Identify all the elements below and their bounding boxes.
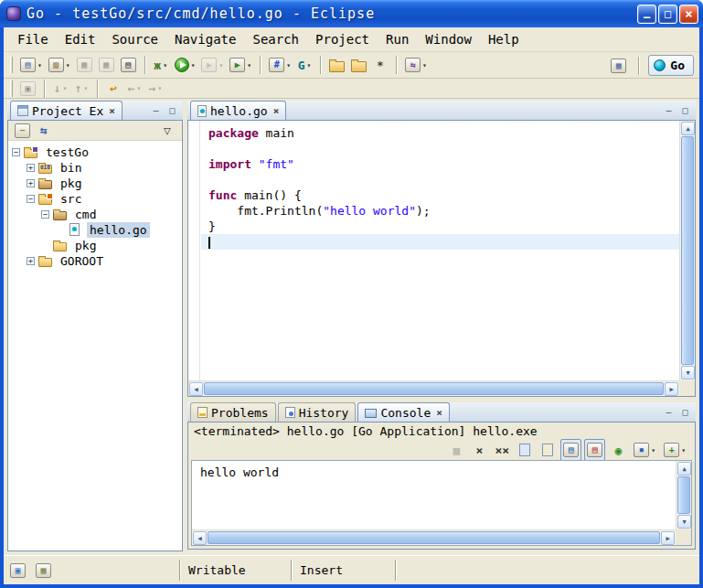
scroll-down-icon[interactable]: ▼ — [677, 515, 691, 529]
tab-project-explorer[interactable]: Project Ex × — [10, 101, 122, 120]
menu-source[interactable]: Source — [103, 29, 166, 49]
dropdown-arrow-icon[interactable]: ▾ — [306, 61, 311, 69]
editor-vertical-scrollbar[interactable]: ▲ ▼ — [679, 121, 695, 380]
dropdown-arrow-icon[interactable]: ▾ — [218, 61, 223, 69]
scroll-down-icon[interactable]: ▼ — [681, 366, 695, 380]
toolbar-drag-handle[interactable] — [10, 57, 13, 73]
tree-expander-icon[interactable]: − — [12, 148, 20, 156]
scroll-right-icon[interactable]: ▶ — [661, 531, 675, 545]
last-edit-location-button[interactable]: ↩ — [103, 78, 123, 100]
code-line[interactable]: import "fmt" — [201, 156, 679, 172]
menu-run[interactable]: Run — [378, 29, 417, 49]
project-tree[interactable]: −testGo+010bin+pkg−src−cmdhello.gopkg+GO… — [8, 141, 182, 551]
new-button[interactable]: ▤▾ — [17, 54, 45, 76]
dropdown-arrow-icon[interactable]: ▾ — [422, 61, 427, 69]
export-button[interactable] — [348, 54, 369, 76]
remove-launch-button[interactable]: × — [469, 439, 489, 461]
print-button[interactable]: ▤ — [118, 54, 139, 76]
tree-expander-icon[interactable]: + — [27, 179, 35, 187]
tab-console[interactable]: Console× — [357, 402, 449, 422]
pin-console-button[interactable]: ◉ — [608, 439, 628, 461]
maximize-view-button[interactable]: □ — [165, 103, 179, 116]
tree-item-cmd[interactable]: −cmd — [8, 207, 182, 222]
tree-expander-icon[interactable]: − — [27, 195, 35, 203]
dropdown-arrow-icon[interactable]: ▾ — [63, 84, 68, 92]
tree-item-bin[interactable]: +010bin — [8, 160, 182, 176]
code-line[interactable]: } — [201, 219, 679, 234]
editor-horizontal-scrollbar[interactable]: ◀ ▶ — [188, 380, 679, 396]
code-line[interactable] — [201, 172, 679, 187]
tree-expander-icon[interactable]: + — [27, 164, 35, 172]
dropdown-arrow-icon[interactable]: ▾ — [158, 84, 163, 92]
dropdown-arrow-icon[interactable]: ▾ — [247, 61, 251, 69]
tab-hello-go[interactable]: hello.go × — [190, 101, 286, 120]
scroll-up-icon[interactable]: ▲ — [681, 122, 695, 135]
dropdown-arrow-icon[interactable]: ▾ — [651, 446, 655, 454]
toolbar-drag-handle[interactable] — [10, 80, 13, 97]
scrollbar-thumb[interactable] — [677, 476, 690, 514]
external-tools-button[interactable]: ▶▾ — [227, 54, 254, 76]
maximize-window-button[interactable]: □ — [658, 5, 677, 24]
new-go-package-button[interactable]: #▾ — [266, 54, 293, 76]
close-view-icon[interactable]: × — [109, 105, 115, 117]
code-editor[interactable]: package mainimport "fmt"func main() { fm… — [201, 121, 679, 380]
scroll-lock-button[interactable] — [538, 439, 558, 461]
menu-window[interactable]: Window — [417, 29, 480, 49]
dropdown-arrow-icon[interactable]: ▾ — [681, 446, 686, 454]
maximize-console-button[interactable]: □ — [678, 405, 692, 418]
fast-view-button[interactable]: ▣ — [7, 560, 28, 582]
remove-all-terminated-button[interactable]: ×× — [492, 439, 512, 461]
search-button[interactable]: * — [370, 54, 390, 76]
minimize-editor-button[interactable]: — — [662, 103, 676, 116]
tab-history[interactable]: History — [278, 402, 357, 422]
menu-navigate[interactable]: Navigate — [166, 29, 244, 49]
tree-item-src[interactable]: −src — [8, 191, 182, 207]
menu-edit[interactable]: Edit — [57, 29, 104, 49]
show-stderr-button[interactable]: ▤ — [584, 439, 605, 461]
close-editor-icon[interactable]: × — [273, 105, 280, 117]
scrollbar-thumb[interactable] — [681, 136, 694, 365]
annotation-ruler[interactable] — [188, 121, 200, 380]
dropdown-arrow-icon[interactable]: ▾ — [37, 61, 42, 69]
import-button[interactable] — [326, 54, 347, 76]
display-console-button[interactable]: ▪▾ — [631, 439, 658, 461]
code-line[interactable] — [201, 234, 679, 250]
dropdown-arrow-icon[interactable]: ▾ — [84, 84, 89, 92]
show-stdout-button[interactable]: ▤ — [560, 439, 581, 461]
tab-problems[interactable]: Problems — [190, 402, 276, 422]
minimize-window-button[interactable]: — — [637, 5, 656, 24]
team-sync-button[interactable]: ⇆▾ — [402, 54, 430, 76]
minimize-view-button[interactable]: — — [149, 103, 163, 116]
console-horizontal-scrollbar[interactable]: ◀ ▶ — [192, 529, 676, 545]
dropdown-arrow-icon[interactable]: ▾ — [286, 61, 291, 69]
clear-console-button[interactable] — [515, 439, 535, 461]
menu-file[interactable]: File — [9, 29, 57, 49]
tree-item-testgo[interactable]: −testGo — [8, 144, 182, 160]
scrollbar-thumb[interactable] — [204, 382, 664, 395]
menu-project[interactable]: Project — [307, 29, 378, 49]
scroll-left-icon[interactable]: ◀ — [189, 382, 203, 396]
dropdown-arrow-icon[interactable]: ▾ — [191, 61, 196, 69]
tree-item-pkg[interactable]: pkg — [8, 238, 182, 253]
scroll-right-icon[interactable]: ▶ — [665, 382, 678, 396]
open-console-button[interactable]: +▾ — [661, 439, 688, 461]
title-bar[interactable]: Go - testGo/src/cmd/hello.go - Eclipse —… — [0, 0, 703, 27]
debug-button[interactable]: ж▾ — [151, 54, 171, 76]
code-line[interactable]: fmt.Println("hello world"); — [201, 203, 679, 219]
console-vertical-scrollbar[interactable]: ▲ ▼ — [676, 461, 691, 529]
maximize-editor-button[interactable]: □ — [678, 103, 692, 116]
link-with-editor-button[interactable]: ⇆ — [34, 121, 54, 142]
tree-item-goroot[interactable]: +GOROOT — [8, 253, 182, 269]
tree-item-pkg[interactable]: +pkg — [8, 176, 182, 191]
go-perspective-button[interactable]: Go — [648, 55, 694, 76]
tree-item-hello-go[interactable]: hello.go — [8, 222, 182, 238]
console-output-area[interactable]: hello world ▲ ▼ ◀ ▶ — [191, 460, 692, 546]
code-line[interactable]: func main() { — [201, 187, 679, 203]
dropdown-arrow-icon[interactable]: ▾ — [163, 61, 167, 69]
new-go-app-button[interactable]: G▾ — [294, 54, 314, 76]
code-line[interactable] — [201, 141, 679, 156]
new-project-button[interactable]: ▥▾ — [46, 54, 73, 76]
tree-expander-icon[interactable]: − — [41, 210, 49, 219]
close-window-button[interactable]: × — [679, 5, 698, 24]
close-view-icon[interactable]: × — [436, 407, 442, 419]
